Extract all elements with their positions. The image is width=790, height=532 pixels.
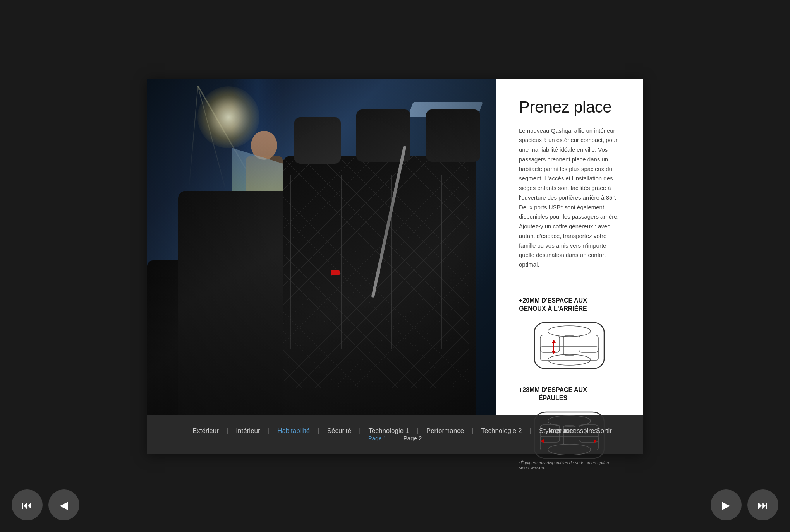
section-title: Prenez place <box>519 98 620 116</box>
nav-item-interieur[interactable]: Intérieur <box>228 427 268 435</box>
nav-sub-page1[interactable]: Page 1 <box>368 435 387 441</box>
section-description: Le nouveau Qashqai allie un intérieur sp… <box>519 126 620 270</box>
nav-item-technologie1[interactable]: Technologie 1 <box>361 427 417 435</box>
doc-main: Prenez place Le nouveau Qashqai allie un… <box>147 79 643 415</box>
car-interior-image <box>147 79 496 415</box>
svg-marker-8 <box>552 340 556 343</box>
spec1-label: +20MM D'ESPACE AUXGENOUX À L'ARRIÈRE <box>519 297 587 313</box>
footnote: *Équipements disponibles de série ou en … <box>519 460 620 470</box>
nav-item-habitabilite[interactable]: Habitabilité <box>270 427 318 435</box>
nav-right: Imprimer | Sortir <box>549 427 612 435</box>
next-icon: ▶ <box>722 499 730 511</box>
spec2-label: +28MM D'ESPACE AUXÉPAULES <box>519 386 587 402</box>
svg-rect-5 <box>579 335 598 352</box>
car-diagram-knees <box>531 320 608 371</box>
svg-rect-3 <box>563 336 575 355</box>
first-icon: ⏮ <box>22 499 33 511</box>
svg-point-12 <box>548 444 591 455</box>
content-panel: Prenez place Le nouveau Qashqai allie un… <box>496 79 643 415</box>
spec-item-knees: +20MM D'ESPACE AUXGENOUX À L'ARRIÈRE <box>519 297 620 371</box>
nav-wrapper: Extérieur | Intérieur | Habitabilité | S… <box>147 427 643 441</box>
spec-item-shoulders: +28MM D'ESPACE AUXÉPAULES <box>519 386 620 460</box>
nav-item-performance[interactable]: Performance <box>419 427 472 435</box>
nav-item-technologie2[interactable]: Technologie 2 <box>474 427 530 435</box>
last-icon: ⏭ <box>757 499 768 511</box>
next-button[interactable]: ▶ <box>711 489 742 520</box>
page-container: ⏮ ◀ ▶ ⏭ <box>0 79 790 454</box>
sep-r1: | <box>585 427 586 435</box>
first-button[interactable]: ⏮ <box>12 489 43 520</box>
nav-print[interactable]: Imprimer <box>549 427 575 435</box>
nav-sub-page2[interactable]: Page 2 <box>404 435 422 441</box>
last-button[interactable]: ⏭ <box>747 489 778 520</box>
sub-sep: | <box>394 435 396 441</box>
svg-point-2 <box>548 354 591 365</box>
nav-sub: Page 1 | Page 2 <box>147 435 643 441</box>
document-frame: Prenez place Le nouveau Qashqai allie un… <box>147 79 643 454</box>
prev-icon: ◀ <box>60 499 68 511</box>
nav-item-securite[interactable]: Sécurité <box>319 427 359 435</box>
svg-rect-4 <box>540 335 560 352</box>
svg-rect-0 <box>534 322 604 369</box>
prev-button[interactable]: ◀ <box>48 489 79 520</box>
nav-exit[interactable]: Sortir <box>596 427 612 435</box>
nav-main: Extérieur | Intérieur | Habitabilité | S… <box>147 427 643 435</box>
nav-item-exterieur[interactable]: Extérieur <box>185 427 227 435</box>
